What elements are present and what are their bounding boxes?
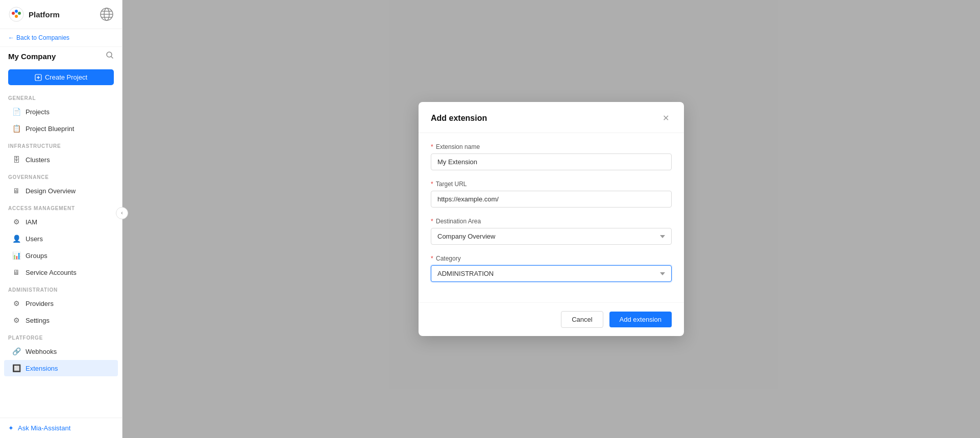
sidebar-section-access-management: ACCESS MANAGEMENT <box>0 199 122 213</box>
sidebar-section-platforge: PLATFORGE <box>0 329 122 343</box>
modal-overlay: Add extension ✕ * Extension name * Targe… <box>122 0 980 438</box>
required-star-3: * <box>431 218 433 225</box>
groups-icon: 📊 <box>12 251 20 260</box>
iam-icon: ⚙ <box>12 218 20 226</box>
sidebar-item-groups[interactable]: 📊Groups <box>4 247 118 264</box>
sidebar-item-iam[interactable]: ⚙IAM <box>4 214 118 230</box>
webhooks-label: Webhooks <box>26 348 57 355</box>
users-label: Users <box>26 235 43 243</box>
sidebar-section-infrastructure: INFRASTRUCTURE <box>0 137 122 151</box>
back-to-companies-link[interactable]: ← Back to Companies <box>0 29 122 47</box>
groups-label: Groups <box>26 252 47 260</box>
globe-icon[interactable] <box>100 7 114 21</box>
destination-area-group: * Destination Area Company Overview Proj… <box>431 218 672 245</box>
sidebar-item-project-blueprint[interactable]: 📋Project Blueprint <box>4 120 118 137</box>
company-row: My Company <box>0 47 122 65</box>
back-arrow-icon: ← <box>8 34 14 41</box>
sidebar-section-administration: ADMINISTRATION <box>0 281 122 295</box>
users-icon: 👤 <box>12 235 20 243</box>
design-overview-label: Design Overview <box>26 187 76 195</box>
extensions-label: Extensions <box>26 365 58 372</box>
sidebar-section-governance: GOVERNANCE <box>0 168 122 182</box>
svg-point-2 <box>15 10 18 13</box>
svg-point-4 <box>15 15 18 18</box>
extension-name-label: * Extension name <box>431 143 672 150</box>
svg-line-11 <box>111 57 113 58</box>
project-blueprint-label: Project Blueprint <box>26 125 74 133</box>
sidebar-item-settings[interactable]: ⚙Settings <box>4 312 118 328</box>
settings-icon: ⚙ <box>12 316 20 324</box>
modal-footer: Cancel Add extension <box>419 302 684 336</box>
iam-label: IAM <box>26 218 37 226</box>
svg-point-0 <box>9 7 23 21</box>
ask-assistant-button[interactable]: ✦ Ask Mia-Assistant <box>0 418 122 438</box>
sidebar-item-providers[interactable]: ⚙Providers <box>4 295 118 312</box>
svg-point-1 <box>12 12 15 15</box>
add-extension-button[interactable]: Add extension <box>609 312 672 327</box>
category-select[interactable]: ADMINISTRATION GENERAL INFRASTRUCTURE GO… <box>431 265 672 282</box>
providers-icon: ⚙ <box>12 299 20 307</box>
create-project-button[interactable]: Create Project <box>8 69 114 85</box>
modal-close-button[interactable]: ✕ <box>659 112 672 124</box>
target-url-group: * Target URL <box>431 181 672 208</box>
sidebar: Platform ← Back to Companies My Company <box>0 0 122 438</box>
destination-area-select[interactable]: Company Overview Project Overview Design… <box>431 228 672 245</box>
add-extension-modal: Add extension ✕ * Extension name * Targe… <box>419 102 684 336</box>
company-name: My Company <box>8 52 56 61</box>
sidebar-item-service-accounts[interactable]: 🖥Service Accounts <box>4 264 118 280</box>
back-to-companies-label: Back to Companies <box>16 34 69 41</box>
create-project-icon <box>35 74 42 81</box>
service-accounts-icon: 🖥 <box>12 268 20 276</box>
category-group: * Category ADMINISTRATION GENERAL INFRAS… <box>431 255 672 282</box>
cancel-button[interactable]: Cancel <box>561 311 603 328</box>
extensions-icon: 🔲 <box>12 364 20 372</box>
svg-point-3 <box>18 12 21 15</box>
projects-icon: 📄 <box>12 108 20 116</box>
sidebar-nav: GENERAL📄Projects📋Project BlueprintINFRAS… <box>0 89 122 377</box>
project-blueprint-icon: 📋 <box>12 124 20 133</box>
target-url-input[interactable] <box>431 191 672 208</box>
service-accounts-label: Service Accounts <box>26 269 77 276</box>
sidebar-item-design-overview[interactable]: 🖥Design Overview <box>4 183 118 199</box>
clusters-icon: 🗄 <box>12 156 20 164</box>
modal-title: Add extension <box>431 114 487 123</box>
logo-area: Platform <box>8 6 60 22</box>
sidebar-section-general: GENERAL <box>0 89 122 103</box>
category-label: * Category <box>431 255 672 262</box>
required-star: * <box>431 143 433 150</box>
modal-body: * Extension name * Target URL * Dest <box>419 133 684 302</box>
design-overview-icon: 🖥 <box>12 187 20 195</box>
extension-name-input[interactable] <box>431 153 672 170</box>
mia-logo-icon <box>8 6 24 22</box>
app-title: Platform <box>29 10 60 19</box>
sidebar-item-projects[interactable]: 📄Projects <box>4 104 118 120</box>
main-content: Add extension ✕ * Extension name * Targe… <box>122 0 980 438</box>
sidebar-header: Platform <box>0 0 122 29</box>
modal-header: Add extension ✕ <box>419 102 684 133</box>
webhooks-icon: 🔗 <box>12 347 20 355</box>
sidebar-item-users[interactable]: 👤Users <box>4 230 118 247</box>
required-star-4: * <box>431 255 433 262</box>
sidebar-collapse-button[interactable]: ‹ <box>116 207 128 219</box>
sidebar-item-extensions[interactable]: 🔲Extensions <box>4 360 118 376</box>
search-icon[interactable] <box>106 51 114 61</box>
settings-label: Settings <box>26 317 50 324</box>
sidebar-item-webhooks[interactable]: 🔗Webhooks <box>4 343 118 359</box>
projects-label: Projects <box>26 108 50 116</box>
extension-name-group: * Extension name <box>431 143 672 170</box>
target-url-label: * Target URL <box>431 181 672 188</box>
providers-label: Providers <box>26 300 54 307</box>
assistant-icon: ✦ <box>8 424 14 432</box>
destination-area-label: * Destination Area <box>431 218 672 225</box>
required-star-2: * <box>431 181 433 188</box>
sidebar-item-clusters[interactable]: 🗄Clusters <box>4 151 118 168</box>
clusters-label: Clusters <box>26 156 50 164</box>
